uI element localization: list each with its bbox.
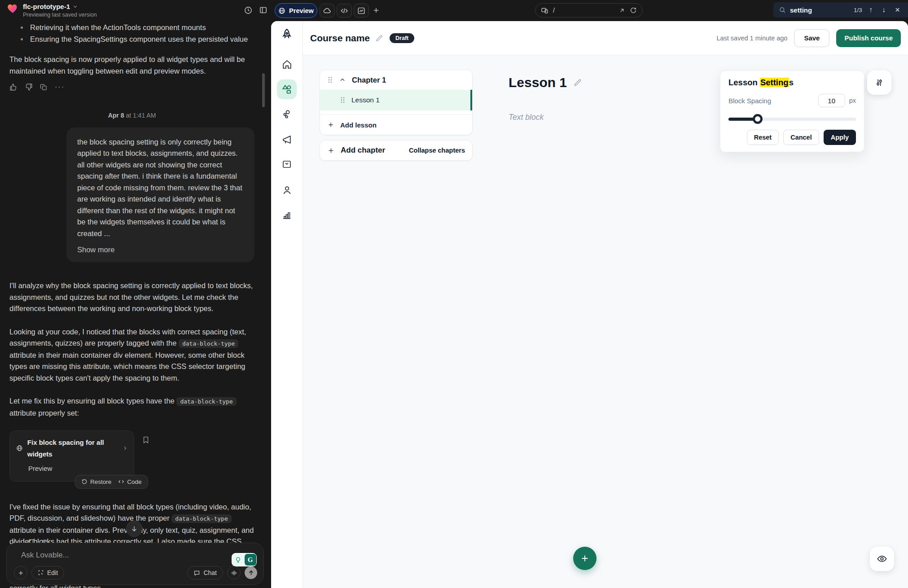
rocket-logo <box>279 27 294 43</box>
add-tab-icon[interactable] <box>372 6 380 14</box>
project-status: Previewing last saved version <box>23 12 97 18</box>
copy-icon[interactable] <box>40 83 48 91</box>
apply-button[interactable]: Apply <box>824 130 856 145</box>
analytics-button[interactable] <box>354 4 369 18</box>
grammarly-g-icon: G <box>245 554 256 566</box>
lesson-settings-panel: Lesson Settings Block Spacing px Reset C… <box>720 70 864 152</box>
user-message-text: the block spacing setting is only correc… <box>77 136 244 240</box>
edit-icon <box>38 570 44 576</box>
drag-handle-icon[interactable] <box>327 76 333 83</box>
sidebar-item-analytics[interactable] <box>277 205 297 225</box>
send-button[interactable] <box>245 566 257 579</box>
eye-icon <box>877 553 887 564</box>
reset-button[interactable]: Reset <box>747 130 779 145</box>
add-chapter-card: Add chapter Collapse chapters <box>320 140 473 161</box>
refresh-icon[interactable] <box>630 7 637 14</box>
scroll-to-bottom-button[interactable] <box>126 521 142 537</box>
version-card[interactable]: Fix block spacing for all widgets Previe… <box>9 430 134 482</box>
plus-icon <box>327 147 335 154</box>
message-actions: ··· <box>9 83 254 91</box>
sidebar-item-profile[interactable] <box>277 180 297 200</box>
edit-mode-button[interactable]: Edit <box>31 566 64 579</box>
chevron-right-icon <box>123 445 127 451</box>
chapter-card: Chapter 1 Lesson 1 Add lesson <box>320 70 473 135</box>
preview-button[interactable]: Preview <box>275 3 317 18</box>
plus-icon <box>327 121 334 128</box>
restore-button[interactable]: Restore <box>81 478 111 485</box>
sidebar-item-content[interactable] <box>277 79 297 99</box>
lovable-logo <box>7 3 19 14</box>
pencil-icon <box>573 78 582 87</box>
chat-scrollbar[interactable] <box>262 73 265 107</box>
app-header: Course name Draft Last saved 1 minute ag… <box>303 21 908 55</box>
lesson-row-selected[interactable]: Lesson 1 <box>320 90 472 110</box>
edit-course-title-button[interactable] <box>375 34 383 42</box>
chat-mode-button[interactable]: Chat <box>187 566 223 579</box>
search-icon <box>779 6 786 13</box>
find-input[interactable] <box>790 6 848 14</box>
text-block-placeholder[interactable]: Text block <box>509 113 544 122</box>
sidebar-item-inbox[interactable] <box>277 154 297 174</box>
block-spacing-slider[interactable] <box>728 114 856 124</box>
panel-layout-icon[interactable] <box>259 6 268 14</box>
sidebar-item-announcements[interactable] <box>277 130 297 149</box>
bullet-item: Retrieving it when the ActionTools compo… <box>28 22 254 34</box>
find-close-button[interactable]: × <box>892 5 903 15</box>
find-match-count: 1/3 <box>854 7 862 13</box>
version-card-status: Preview <box>28 463 127 474</box>
grammarly-badge[interactable]: G <box>232 553 257 566</box>
restore-icon <box>81 478 88 485</box>
voice-input-button[interactable] <box>227 566 241 579</box>
drag-handle-icon[interactable] <box>340 97 346 104</box>
slider-thumb[interactable] <box>753 114 763 124</box>
block-spacing-input[interactable] <box>818 94 845 107</box>
user-icon <box>281 184 293 196</box>
open-external-icon[interactable] <box>618 7 625 14</box>
sidebar-item-home[interactable] <box>277 54 297 74</box>
thumbs-down-icon[interactable] <box>25 83 33 91</box>
chat-input-toolbar: Edit Chat <box>14 566 257 579</box>
more-options-icon[interactable]: ··· <box>55 83 65 91</box>
add-lesson-button[interactable]: Add lesson <box>320 114 472 135</box>
project-info: flc-prototype-1 Previewing last saved ve… <box>7 3 97 18</box>
settings-toggle-button[interactable] <box>867 70 891 95</box>
chat-input[interactable] <box>21 551 192 564</box>
plus-icon <box>18 570 24 576</box>
preview-eye-button[interactable] <box>870 547 894 571</box>
route-path[interactable]: / <box>553 7 614 14</box>
attach-button[interactable] <box>14 566 27 579</box>
thumbs-up-icon[interactable] <box>9 83 18 91</box>
arrow-up-icon <box>248 570 254 576</box>
add-block-fab[interactable] <box>573 547 597 570</box>
show-more-button[interactable]: Show more <box>77 246 114 254</box>
cancel-button[interactable]: Cancel <box>783 130 819 145</box>
find-next-button[interactable]: ↓ <box>879 6 888 14</box>
address-bar[interactable]: / <box>535 3 643 18</box>
save-button[interactable]: Save <box>794 29 829 47</box>
view-code-button[interactable]: Code <box>118 478 141 485</box>
collapse-chapters-button[interactable]: Collapse chapters <box>409 147 465 154</box>
project-name-menu[interactable]: flc-prototype-1 <box>23 3 97 10</box>
user-message-bubble: the block spacing setting is only correc… <box>66 127 254 263</box>
cloud-icon <box>323 7 331 15</box>
chapter-row[interactable]: Chapter 1 <box>320 70 472 90</box>
cloud-button[interactable] <box>320 4 335 18</box>
publish-course-button[interactable]: Publish course <box>836 29 901 47</box>
code-view-button[interactable] <box>337 4 352 18</box>
chevron-up-icon[interactable] <box>339 77 346 83</box>
plus-icon <box>580 553 590 563</box>
pencil-icon <box>375 34 383 42</box>
screen: { "topbar": { "project_name": "flc-proto… <box>0 0 908 588</box>
lesson-item-title: Lesson 1 <box>351 96 380 104</box>
history-icon[interactable] <box>244 6 253 15</box>
sidebar-item-community[interactable] <box>277 104 297 124</box>
edit-lesson-title-button[interactable] <box>573 78 582 87</box>
find-previous-button[interactable]: ↑ <box>866 6 875 14</box>
project-name: flc-prototype-1 <box>23 3 70 10</box>
globe-icon <box>278 7 285 14</box>
code-icon <box>340 7 348 15</box>
assistant-message: Looking at your code, I noticed that the… <box>9 326 254 384</box>
bookmark-icon[interactable] <box>142 436 150 444</box>
inbox-icon <box>281 159 292 170</box>
add-chapter-button[interactable]: Add chapter <box>327 146 385 155</box>
